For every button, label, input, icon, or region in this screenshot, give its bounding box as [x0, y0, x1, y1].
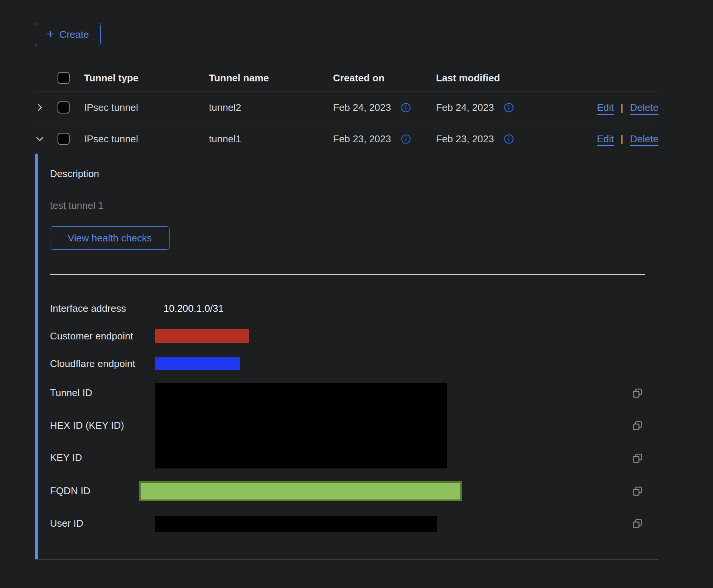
section-divider — [50, 274, 645, 275]
col-header-tunnel-name: Tunnel name — [209, 64, 333, 92]
cloudflare-endpoint-redaction — [155, 357, 240, 370]
col-header-created-on: Created on — [333, 64, 436, 92]
row-checkbox[interactable] — [58, 133, 70, 145]
interface-address-label: Interface address — [50, 302, 126, 314]
copy-icon — [632, 518, 643, 529]
action-separator: | — [621, 102, 623, 114]
row-checkbox[interactable] — [58, 101, 70, 114]
table-row-tunnel2: IPsec tunnel tunnel2 Feb 24, 2023 Feb 24… — [35, 92, 659, 123]
copy-icon — [632, 420, 643, 431]
copy-fqdn-id-button[interactable] — [631, 485, 643, 497]
expand-row-button[interactable] — [35, 103, 45, 112]
customer-endpoint-redaction — [155, 329, 249, 343]
tunnel-id-label: Tunnel ID — [50, 387, 92, 399]
key-id-label: KEY ID — [50, 451, 82, 464]
tunnel-name-cell: tunnel1 — [209, 123, 333, 154]
col-header-tunnel-type: Tunnel type — [84, 64, 209, 92]
copy-icon — [632, 453, 643, 464]
info-icon — [504, 103, 514, 113]
description-label: Description — [50, 168, 99, 180]
user-id-label: User ID — [50, 517, 83, 529]
ipsec-tunnels-page: + Create Tunnel type Tunnel name Created… — [0, 0, 713, 588]
copy-tunnel-id-button[interactable] — [631, 387, 643, 399]
action-separator: | — [621, 133, 623, 145]
delete-link[interactable]: Delete — [630, 102, 659, 114]
customer-endpoint-label: Customer endpoint — [50, 330, 133, 342]
table-row-tunnel1: IPsec tunnel tunnel1 Feb 23, 2023 Feb 23… — [35, 123, 659, 154]
chevron-right-icon — [35, 103, 45, 112]
copy-user-id-button[interactable] — [631, 518, 643, 530]
last-modified-info-button[interactable] — [504, 103, 514, 113]
cloudflare-endpoint-label: Cloudflare endpoint — [50, 358, 135, 370]
tunnel-detail-panel: Description test tunnel 1 View health ch… — [35, 154, 659, 560]
info-icon — [401, 134, 411, 144]
delete-link[interactable]: Delete — [630, 133, 659, 145]
copy-icon — [632, 387, 643, 399]
create-button-label: Create — [59, 29, 89, 40]
tunnel-type-cell: IPsec tunnel — [84, 123, 209, 154]
plus-icon: + — [47, 27, 54, 40]
last-modified-value: Feb 24, 2023 — [436, 102, 494, 114]
view-health-checks-button[interactable]: View health checks — [50, 226, 170, 250]
create-button[interactable]: + Create — [35, 23, 101, 46]
fqdn-id-redaction — [139, 481, 462, 501]
chevron-down-icon — [35, 134, 45, 144]
header-chevron-spacer — [35, 64, 58, 92]
ids-redaction-block — [155, 383, 447, 468]
expanded-indicator-bar — [35, 154, 38, 559]
select-all-checkbox[interactable] — [58, 72, 70, 84]
copy-hex-id-button[interactable] — [631, 420, 643, 432]
info-icon — [504, 134, 514, 144]
created-on-value: Feb 23, 2023 — [333, 133, 391, 145]
description-value: test tunnel 1 — [50, 199, 104, 212]
copy-icon — [632, 485, 643, 497]
hex-id-label: HEX ID (KEY ID) — [50, 419, 124, 431]
created-on-info-button[interactable] — [401, 103, 411, 113]
user-id-redaction — [155, 516, 437, 532]
edit-link[interactable]: Edit — [597, 133, 614, 145]
collapse-row-button[interactable] — [35, 134, 45, 144]
edit-link[interactable]: Edit — [597, 102, 614, 114]
info-icon — [401, 103, 411, 113]
view-health-checks-label: View health checks — [68, 232, 152, 244]
header-actions-spacer — [575, 64, 659, 92]
last-modified-info-button[interactable] — [504, 134, 514, 144]
last-modified-value: Feb 23, 2023 — [436, 133, 494, 145]
col-header-last-modified: Last modified — [436, 64, 575, 92]
copy-key-id-button[interactable] — [631, 452, 643, 464]
created-on-info-button[interactable] — [401, 134, 411, 144]
fqdn-id-label: FQDN ID — [50, 485, 90, 497]
tunnel-type-cell: IPsec tunnel — [84, 92, 209, 123]
table-header-row: Tunnel type Tunnel name Created on Last … — [35, 64, 659, 92]
created-on-value: Feb 24, 2023 — [333, 102, 391, 114]
interface-address-value: 10.200.1.0/31 — [163, 302, 224, 314]
tunnel-name-cell: tunnel2 — [209, 92, 333, 123]
tunnels-table: Tunnel type Tunnel name Created on Last … — [35, 64, 659, 154]
